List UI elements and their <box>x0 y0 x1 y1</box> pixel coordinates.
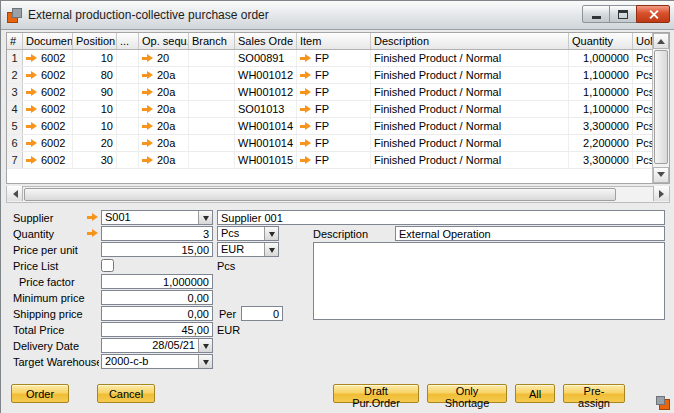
notes-textarea[interactable] <box>313 242 665 320</box>
cell-sales-order[interactable]: WH001012 <box>235 67 297 83</box>
cell-sales-order[interactable]: WH001012 <box>235 84 297 100</box>
link-arrow-icon[interactable] <box>142 71 153 80</box>
row-number[interactable]: 1 <box>7 50 23 66</box>
close-button[interactable] <box>636 5 670 23</box>
link-arrow-icon[interactable] <box>142 54 153 63</box>
scroll-left-button[interactable] <box>7 186 23 201</box>
col-header-item[interactable]: Item <box>297 33 371 49</box>
cell-op-sequence[interactable]: 20a <box>139 135 189 151</box>
cell-position[interactable]: 10 <box>73 50 117 66</box>
cell-position[interactable]: 90 <box>73 84 117 100</box>
scroll-down-button[interactable] <box>653 167 669 183</box>
cell-op-sequence[interactable]: 20a <box>139 101 189 117</box>
cell-uom[interactable]: Pcs <box>633 50 653 66</box>
horizontal-scrollbar-thumb[interactable] <box>24 188 616 201</box>
link-arrow-icon[interactable] <box>142 139 153 148</box>
cell-op-sequence[interactable]: 20a <box>139 152 189 168</box>
col-header-dots[interactable]: ... <box>117 33 139 49</box>
order-button[interactable]: Order <box>11 384 69 403</box>
cell-item[interactable]: FP <box>297 135 371 151</box>
cell-sales-order[interactable]: SO00891 <box>235 50 297 66</box>
delivery-date-combo[interactable]: 28/05/21 <box>101 338 213 353</box>
col-header-op-sequence[interactable]: Op. sequ. <box>139 33 189 49</box>
minimize-button[interactable] <box>582 5 610 23</box>
cell-position[interactable]: 30 <box>73 152 117 168</box>
link-arrow-icon[interactable] <box>300 156 311 165</box>
target-warehouse-combo[interactable]: 2000-c-b <box>101 354 213 369</box>
link-arrow-icon[interactable] <box>300 54 311 63</box>
total-price-field[interactable] <box>101 322 213 337</box>
cell-description[interactable]: Finished Product / Normal <box>371 50 569 66</box>
all-button[interactable]: All <box>515 384 555 403</box>
draft-purchase-order-button[interactable]: Draft Pur.Order <box>333 384 419 403</box>
price-factor-field[interactable] <box>101 274 213 289</box>
cell-sales-order[interactable]: SO01013 <box>235 101 297 117</box>
cell-item[interactable]: FP <box>297 101 371 117</box>
row-number[interactable]: 5 <box>7 118 23 134</box>
cell-item[interactable]: FP <box>297 118 371 134</box>
col-header-position[interactable]: Position <box>73 33 117 49</box>
table-row[interactable]: 4 6002 10 20a SO01013 FP Finished Produc… <box>7 101 653 118</box>
link-arrow-icon[interactable] <box>26 88 37 97</box>
cell-document[interactable]: 6002 <box>23 135 73 151</box>
cell-quantity[interactable]: 1,100000 <box>569 67 633 83</box>
link-arrow-icon[interactable] <box>26 122 37 131</box>
cell-dots[interactable] <box>117 118 139 134</box>
cell-branch[interactable] <box>189 84 235 100</box>
col-header-description[interactable]: Description <box>371 33 569 49</box>
row-number[interactable]: 4 <box>7 101 23 117</box>
vertical-scrollbar-thumb[interactable] <box>654 50 668 164</box>
cell-description[interactable]: Finished Product / Normal <box>371 135 569 151</box>
cell-document[interactable]: 6002 <box>23 101 73 117</box>
chevron-down-icon[interactable] <box>198 339 212 352</box>
currency-combo[interactable]: EUR <box>217 242 279 257</box>
table-row[interactable]: 5 6002 10 20a WH001014 FP Finished Produ… <box>7 118 653 135</box>
link-arrow-icon[interactable] <box>300 122 311 131</box>
chevron-down-icon[interactable] <box>198 355 212 368</box>
cell-dots[interactable] <box>117 50 139 66</box>
quantity-field[interactable] <box>101 226 213 241</box>
link-arrow-icon[interactable] <box>26 71 37 80</box>
cell-op-sequence[interactable]: 20a <box>139 67 189 83</box>
cell-op-sequence[interactable]: 20 <box>139 50 189 66</box>
price-per-unit-field[interactable] <box>101 242 213 257</box>
description-field[interactable] <box>395 226 665 241</box>
cell-dots[interactable] <box>117 84 139 100</box>
row-number[interactable]: 3 <box>7 84 23 100</box>
cell-sales-order[interactable]: WH001014 <box>235 118 297 134</box>
cell-op-sequence[interactable]: 20a <box>139 118 189 134</box>
supplier-name-field[interactable] <box>217 210 665 225</box>
cell-dots[interactable] <box>117 101 139 117</box>
supplier-combo[interactable]: S001 <box>101 210 213 225</box>
cell-uom[interactable]: Pcs <box>633 135 653 151</box>
cell-uom[interactable]: Pcs <box>633 84 653 100</box>
link-arrow-icon[interactable] <box>87 213 98 222</box>
col-header-branch[interactable]: Branch <box>189 33 235 49</box>
cell-quantity[interactable]: 1,000000 <box>569 50 633 66</box>
cell-uom[interactable]: Pcs <box>633 118 653 134</box>
shipping-price-field[interactable] <box>101 306 213 321</box>
cell-document[interactable]: 6002 <box>23 67 73 83</box>
cell-op-sequence[interactable]: 20a <box>139 84 189 100</box>
table-row[interactable]: 2 6002 80 20a WH001012 FP Finished Produ… <box>7 67 653 84</box>
cell-position[interactable]: 20 <box>73 135 117 151</box>
row-number[interactable]: 6 <box>7 135 23 151</box>
cell-item[interactable]: FP <box>297 152 371 168</box>
cell-document[interactable]: 6002 <box>23 50 73 66</box>
cell-description[interactable]: Finished Product / Normal <box>371 84 569 100</box>
link-arrow-icon[interactable] <box>26 156 37 165</box>
cell-uom[interactable]: Pcs <box>633 152 653 168</box>
cell-document[interactable]: 6002 <box>23 84 73 100</box>
cell-dots[interactable] <box>117 135 139 151</box>
col-header-sales-order[interactable]: Sales Orde <box>235 33 297 49</box>
col-header-uom[interactable]: UoM <box>633 33 653 49</box>
link-arrow-icon[interactable] <box>26 105 37 114</box>
cell-branch[interactable] <box>189 50 235 66</box>
per-field[interactable] <box>241 306 283 321</box>
cell-position[interactable]: 10 <box>73 101 117 117</box>
link-arrow-icon[interactable] <box>300 71 311 80</box>
cell-sales-order[interactable]: WH001015 <box>235 152 297 168</box>
cell-quantity[interactable]: 2,200000 <box>569 135 633 151</box>
chevron-down-icon[interactable] <box>264 227 278 240</box>
table-row[interactable]: 3 6002 90 20a WH001012 FP Finished Produ… <box>7 84 653 101</box>
